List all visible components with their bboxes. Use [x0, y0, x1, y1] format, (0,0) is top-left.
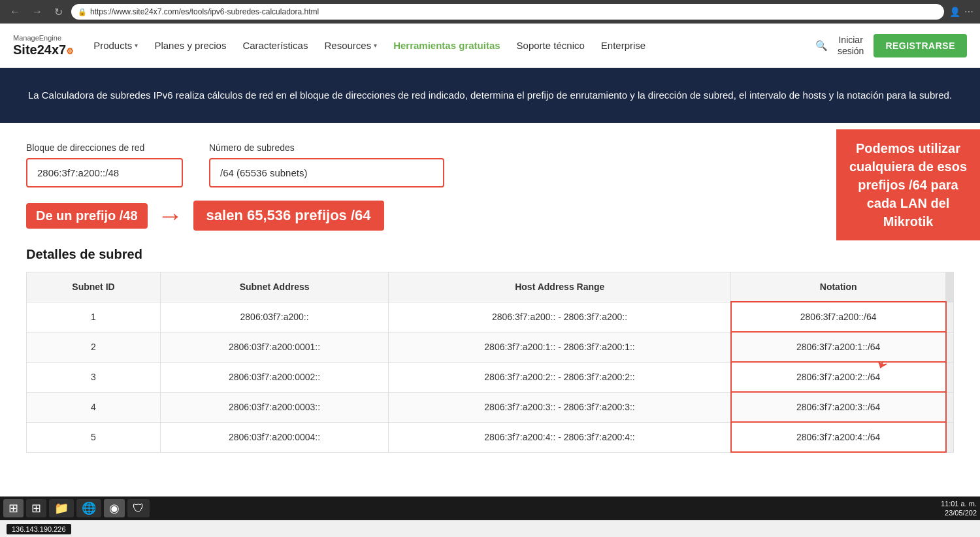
url-bar[interactable]: 🔒 https://www.site24x7.com/es/tools/ipv6…: [71, 4, 944, 20]
cell-notation: 2806:3f7:a200::/64: [731, 302, 946, 332]
cell-notation: 2806:3f7:a200:3::/64: [731, 392, 946, 422]
cell-host-range: 2806:3f7:a200:2:: - 2806:3f7:a200:2::: [389, 362, 731, 392]
form-section: Bloque de direcciones de red Número de s…: [26, 142, 954, 187]
url-text: https://www.site24x7.com/es/tools/ipv6-s…: [90, 7, 319, 16]
cell-subnet-address: 2806:03f7:a200::: [161, 302, 389, 332]
subnet-count-label: Número de subredes: [209, 142, 444, 153]
sidebar-annotation: Podemos utilizar cualquiera de esos pref…: [836, 129, 980, 240]
cell-id: 4: [27, 392, 161, 422]
browser-chrome: ← → ↻ 🔒 https://www.site24x7.com/es/tool…: [0, 0, 980, 24]
cell-scroll-space: [946, 392, 954, 422]
cell-id: 2: [27, 332, 161, 362]
taskbar-chrome[interactable]: ◉: [104, 499, 125, 505]
center-annotation: salen 65,536 prefijos /64: [193, 201, 384, 231]
hero-banner: La Calculadora de subredes IPv6 realiza …: [0, 68, 980, 123]
main-content: Podemos utilizar cualquiera de esos pref…: [0, 123, 980, 505]
nav-soporte-label: Soporte técnico: [517, 40, 585, 51]
back-button[interactable]: ←: [7, 5, 24, 19]
table-section: Detalles de subred Subnet ID Subnet Addr…: [26, 247, 954, 453]
lock-icon: 🔒: [78, 8, 87, 16]
cell-id: 5: [27, 422, 161, 452]
arrow-right-icon: →: [157, 201, 184, 231]
table-row: 4 2806:03f7:a200:0003:: 2806:3f7:a200:3:…: [27, 392, 954, 422]
table-title: Detalles de subred: [26, 247, 954, 262]
profile-icon[interactable]: 👤: [949, 7, 960, 17]
taskbar-edge[interactable]: 🌐: [76, 499, 101, 505]
login-button[interactable]: Iniciar sesión: [838, 35, 864, 57]
table-row: 1 2806:03f7:a200:: 2806:3f7:a200:: - 280…: [27, 302, 954, 332]
nav-enterprise-label: Enterprise: [601, 40, 645, 51]
subnet-count-field: Número de subredes: [209, 142, 444, 187]
nav-herramientas[interactable]: Herramientas gratuitas: [393, 40, 500, 51]
logo-top: ManageEngine: [13, 34, 74, 42]
cell-scroll-space: [946, 422, 954, 452]
subnet-table: Subnet ID Subnet Address Host Address Ra…: [26, 272, 954, 453]
chevron-down-icon-resources: ▾: [374, 42, 377, 49]
prefix-annotation: De un prefijo /48: [26, 203, 148, 229]
annotation-container: De un prefijo /48 → salen 65,536 prefijo…: [26, 201, 954, 231]
cell-subnet-address: 2806:03f7:a200:0004::: [161, 422, 389, 452]
table-row: 5 2806:03f7:a200:0004:: 2806:3f7:a200:4:…: [27, 422, 954, 452]
nav-products-label: Products: [93, 40, 132, 51]
cell-subnet-address: 2806:03f7:a200:0002::: [161, 362, 389, 392]
cell-scroll-space: [946, 302, 954, 332]
col-subnet-address: Subnet Address: [161, 272, 389, 302]
logo-bottom: Site24x7⚙: [13, 42, 74, 57]
cell-scroll-space: [946, 362, 954, 392]
cell-host-range: 2806:3f7:a200:3:: - 2806:3f7:a200:3::: [389, 392, 731, 422]
cell-id: 1: [27, 302, 161, 332]
taskbar-time: 11:01 a. m. 23/05/202: [941, 499, 977, 505]
nav-planes[interactable]: Planes y precios: [154, 40, 226, 51]
cell-notation: 2806:3f7:a200:4::/64: [731, 422, 946, 452]
nav-resources-label: Resources: [324, 40, 371, 51]
chevron-down-icon: ▾: [135, 42, 138, 49]
col-notation: Notation: [731, 272, 946, 302]
table-row: 2 2806:03f7:a200:0001:: 2806:3f7:a200:1:…: [27, 332, 954, 362]
cell-scroll-space: [946, 332, 954, 362]
table-row: 3 2806:03f7:a200:0002:: 2806:3f7:a200:2:…: [27, 362, 954, 392]
subnet-count-input[interactable]: [209, 158, 444, 187]
taskbar-search[interactable]: ⊞: [26, 499, 46, 505]
nav-caracteristicas-label: Características: [242, 40, 308, 51]
taskbar-app1[interactable]: 🛡: [127, 499, 150, 505]
col-subnet-id: Subnet ID: [27, 272, 161, 302]
cell-host-range: 2806:3f7:a200:1:: - 2806:3f7:a200:1::: [389, 332, 731, 362]
network-block-label: Bloque de direcciones de red: [26, 142, 183, 153]
nav-links: Products ▾ Planes y precios Característi…: [93, 40, 796, 51]
network-block-input[interactable]: [26, 158, 183, 187]
taskbar: ⊞ ⊞ 📁 🌐 ◉ 🛡 11:01 a. m. 23/05/202: [0, 496, 980, 505]
navbar: ManageEngine Site24x7⚙ Products ▾ Planes…: [0, 24, 980, 68]
nav-herramientas-label: Herramientas gratuitas: [393, 40, 500, 51]
col-host-range: Host Address Range: [389, 272, 731, 302]
nav-products[interactable]: Products ▾: [93, 40, 138, 51]
nav-right: 🔍 Iniciar sesión REGISTRARSE: [815, 34, 967, 57]
table-wrapper: Subnet ID Subnet Address Host Address Ra…: [26, 272, 954, 453]
nav-planes-label: Planes y precios: [154, 40, 226, 51]
cell-id: 3: [27, 362, 161, 392]
cell-host-range: 2806:3f7:a200:: - 2806:3f7:a200::: [389, 302, 731, 332]
extension-icon[interactable]: ⋯: [964, 7, 973, 17]
logo[interactable]: ManageEngine Site24x7⚙: [13, 34, 74, 56]
gear-icon: ⚙: [66, 46, 74, 56]
network-block-field: Bloque de direcciones de red: [26, 142, 183, 187]
refresh-button[interactable]: ↻: [51, 5, 66, 20]
search-button[interactable]: 🔍: [815, 40, 828, 52]
col-scroll: [946, 272, 954, 302]
nav-resources[interactable]: Resources ▾: [324, 40, 377, 51]
cell-host-range: 2806:3f7:a200:4:: - 2806:3f7:a200:4::: [389, 422, 731, 452]
nav-enterprise[interactable]: Enterprise: [601, 40, 645, 51]
cell-notation: 2806:3f7:a200:1::/64: [731, 332, 946, 362]
forward-button[interactable]: →: [29, 5, 46, 19]
nav-soporte[interactable]: Soporte técnico: [517, 40, 585, 51]
hero-text: La Calculadora de subredes IPv6 realiza …: [13, 88, 967, 103]
cell-notation: 2806:3f7:a200:2::/64: [731, 362, 946, 392]
cell-subnet-address: 2806:03f7:a200:0001::: [161, 332, 389, 362]
browser-actions: 👤 ⋯: [949, 7, 973, 17]
nav-caracteristicas[interactable]: Características: [242, 40, 308, 51]
taskbar-file-explorer[interactable]: 📁: [49, 499, 74, 505]
register-button[interactable]: REGISTRARSE: [874, 34, 967, 57]
start-button[interactable]: ⊞: [3, 499, 24, 505]
cell-subnet-address: 2806:03f7:a200:0003::: [161, 392, 389, 422]
